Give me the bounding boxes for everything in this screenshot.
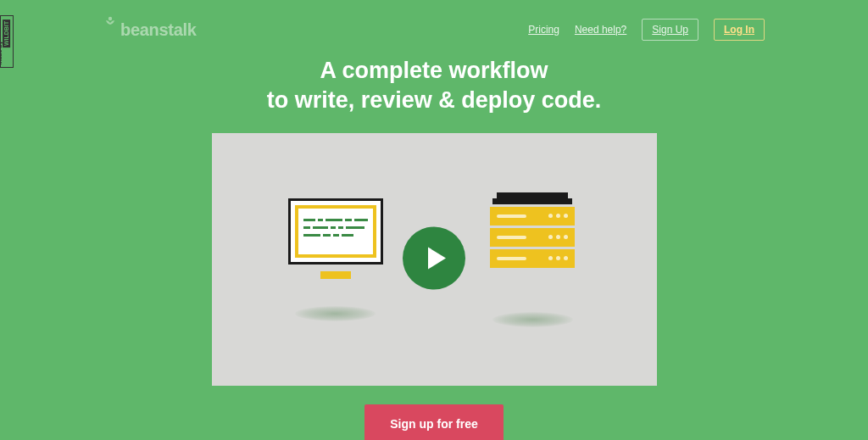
- signup-free-button[interactable]: Sign up for free: [364, 404, 503, 440]
- shadow-icon: [492, 312, 573, 327]
- shadow-icon: [295, 306, 376, 321]
- wildbit-badge[interactable]: Made by WILDBIT: [0, 15, 14, 68]
- hero-title: A complete workflow to write, review & d…: [0, 56, 868, 114]
- nav-pricing[interactable]: Pricing: [528, 24, 559, 36]
- hero-line1: A complete workflow: [320, 58, 548, 83]
- play-icon: [428, 248, 446, 270]
- header: beanstalk Pricing Need help? Sign Up Log…: [103, 0, 765, 41]
- nav-signup-button[interactable]: Sign Up: [642, 19, 698, 41]
- nav-help[interactable]: Need help?: [575, 24, 626, 36]
- nav: Pricing Need help? Sign Up Log In: [528, 19, 765, 41]
- monitor-illustration: [276, 198, 395, 321]
- hero-video[interactable]: [212, 133, 657, 386]
- logo-text: beanstalk: [120, 20, 197, 40]
- brand-logo[interactable]: beanstalk: [103, 20, 197, 40]
- nav-login-button[interactable]: Log In: [714, 19, 765, 41]
- badge-brand: WILDBIT: [3, 19, 10, 47]
- cta-section: Sign up for free: [0, 404, 868, 440]
- hero-line2: to write, review & deploy code.: [267, 87, 602, 113]
- leaf-icon: [103, 16, 117, 35]
- play-button[interactable]: [403, 227, 465, 290]
- svg-point-0: [108, 16, 112, 19]
- server-illustration: [473, 192, 592, 327]
